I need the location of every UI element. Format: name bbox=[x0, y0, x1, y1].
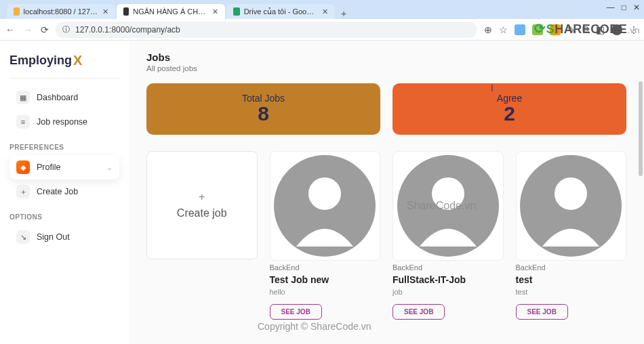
tab-label: localhost:8080 / 127.0.0.1 / recr bbox=[24, 7, 98, 16]
avatar-placeholder-icon bbox=[270, 152, 380, 260]
close-window-icon[interactable]: ✕ bbox=[633, 3, 640, 12]
svg-point-5 bbox=[555, 177, 587, 210]
watermark-text: ShareCode.vn bbox=[407, 200, 476, 212]
favicon bbox=[14, 7, 20, 16]
back-icon[interactable]: ← bbox=[5, 24, 15, 35]
list-icon: ≡ bbox=[16, 115, 30, 129]
job-title: FullStack-IT-Job bbox=[393, 274, 504, 285]
signout-icon: ↘ bbox=[16, 230, 30, 244]
stats-row: Total Jobs 8 Agree 2 bbox=[146, 83, 626, 135]
create-job-label: Create job bbox=[177, 207, 227, 219]
reload-icon[interactable]: ⟳ bbox=[41, 24, 49, 35]
brand-logo[interactable]: EmployingX bbox=[9, 53, 119, 68]
window-controls: — □ ✕ bbox=[607, 3, 640, 12]
watermark-logo: ⟳SHARECODE.vn bbox=[534, 20, 640, 37]
tab-label: Drive của tôi - Google Drive bbox=[244, 7, 318, 16]
job-cards-grid: + Create job BackEnd Test Job new hello … bbox=[146, 151, 626, 320]
brand-name: Employing bbox=[9, 53, 72, 68]
job-desc: test bbox=[516, 288, 627, 296]
watermark-copyright: Copyright © ShareCode.vn bbox=[258, 321, 371, 332]
job-category: BackEnd bbox=[516, 263, 627, 272]
brand-accent: X bbox=[73, 53, 82, 68]
job-title: test bbox=[516, 274, 627, 285]
new-tab-button[interactable]: + bbox=[336, 8, 351, 19]
job-category: BackEnd bbox=[393, 263, 504, 272]
main-content: Jobs All posted jobs Total Jobs 8 Agree … bbox=[129, 41, 644, 344]
divider bbox=[9, 78, 119, 79]
sidebar-item-job-response[interactable]: ≡ Job response bbox=[9, 110, 119, 134]
sidebar-item-label: Profile bbox=[37, 163, 60, 172]
job-title: Test Job new bbox=[270, 274, 381, 285]
browser-tab-1[interactable]: NGÂN HÀNG Á CHÂU (ACB) - E ✕ bbox=[117, 4, 225, 19]
profile-icon: ◆ bbox=[16, 160, 30, 174]
section-heading-options: OPTIONS bbox=[9, 213, 119, 221]
plus-icon: ＋ bbox=[16, 185, 30, 198]
maximize-icon[interactable]: □ bbox=[622, 3, 626, 12]
job-card: BackEnd Test Job new hello SEE JOB bbox=[270, 151, 381, 320]
svg-point-1 bbox=[308, 177, 341, 210]
address-bar[interactable]: ⓘ 127.0.0.1:8000/company/acb bbox=[56, 22, 477, 38]
page-subtitle: All posted jobs bbox=[146, 64, 626, 72]
sidebar-item-label: Create Job bbox=[37, 187, 78, 196]
sidebar-item-signout[interactable]: ↘ Sign Out bbox=[9, 225, 119, 249]
browser-tab-2[interactable]: Drive của tôi - Google Drive ✕ bbox=[226, 4, 335, 19]
sidebar-item-profile[interactable]: ◆ Profile ⌄ bbox=[9, 155, 119, 179]
see-job-button[interactable]: SEE JOB bbox=[393, 304, 445, 320]
sidebar-item-label: Dashboard bbox=[37, 93, 78, 102]
scrollbar[interactable] bbox=[639, 81, 643, 176]
close-icon[interactable]: ✕ bbox=[212, 7, 218, 16]
see-job-button[interactable]: SEE JOB bbox=[270, 304, 322, 320]
favicon bbox=[123, 7, 129, 16]
sidebar: EmployingX ▦ Dashboard ≡ Job response PR… bbox=[0, 41, 129, 344]
favicon bbox=[233, 7, 240, 16]
minimize-icon[interactable]: — bbox=[607, 3, 615, 12]
star-icon[interactable]: ☆ bbox=[499, 24, 508, 35]
close-icon[interactable]: ✕ bbox=[102, 7, 108, 16]
extension-icon[interactable] bbox=[515, 24, 525, 35]
app-root: EmployingX ▦ Dashboard ≡ Job response PR… bbox=[0, 41, 644, 344]
sidebar-item-label: Sign Out bbox=[37, 232, 70, 242]
create-job-card[interactable]: + Create job bbox=[146, 151, 258, 259]
stat-value: 2 bbox=[504, 102, 515, 125]
sidebar-item-label: Job response bbox=[37, 117, 87, 127]
dashboard-icon: ▦ bbox=[16, 91, 30, 104]
text-cursor-icon: I bbox=[491, 83, 499, 92]
job-desc: job bbox=[393, 288, 504, 296]
plus-icon: + bbox=[199, 191, 205, 203]
chevron-down-icon: ⌄ bbox=[106, 163, 113, 172]
stat-agree: Agree 2 bbox=[393, 83, 626, 135]
job-card: BackEnd test test SEE JOB bbox=[516, 151, 627, 320]
forward-icon[interactable]: → bbox=[23, 24, 33, 35]
site-info-icon[interactable]: ⓘ bbox=[62, 24, 70, 35]
page-title: Jobs bbox=[146, 51, 626, 63]
browser-tabstrip: localhost:8080 / 127.0.0.1 / recr ✕ NGÂN… bbox=[0, 0, 644, 19]
browser-tab-0[interactable]: localhost:8080 / 127.0.0.1 / recr ✕ bbox=[7, 4, 115, 19]
sidebar-item-dashboard[interactable]: ▦ Dashboard bbox=[9, 85, 119, 110]
job-desc: hello bbox=[270, 288, 381, 296]
section-heading-preferences: PREFERENCES bbox=[9, 144, 119, 151]
tab-label: NGÂN HÀNG Á CHÂU (ACB) - E bbox=[133, 7, 208, 16]
url-text: 127.0.0.1:8000/company/acb bbox=[75, 25, 180, 35]
see-job-button[interactable]: SEE JOB bbox=[516, 304, 568, 320]
sidebar-item-create-job[interactable]: ＋ Create Job bbox=[9, 179, 119, 204]
avatar-placeholder-icon bbox=[517, 152, 626, 260]
close-icon[interactable]: ✕ bbox=[322, 7, 328, 16]
stat-total-jobs: Total Jobs 8 bbox=[146, 83, 380, 135]
job-card: BackEnd FullStack-IT-Job job SEE JOB bbox=[393, 151, 504, 320]
zoom-icon[interactable]: ⊕ bbox=[484, 24, 492, 35]
job-category: BackEnd bbox=[270, 263, 381, 272]
stat-value: 8 bbox=[258, 102, 269, 125]
